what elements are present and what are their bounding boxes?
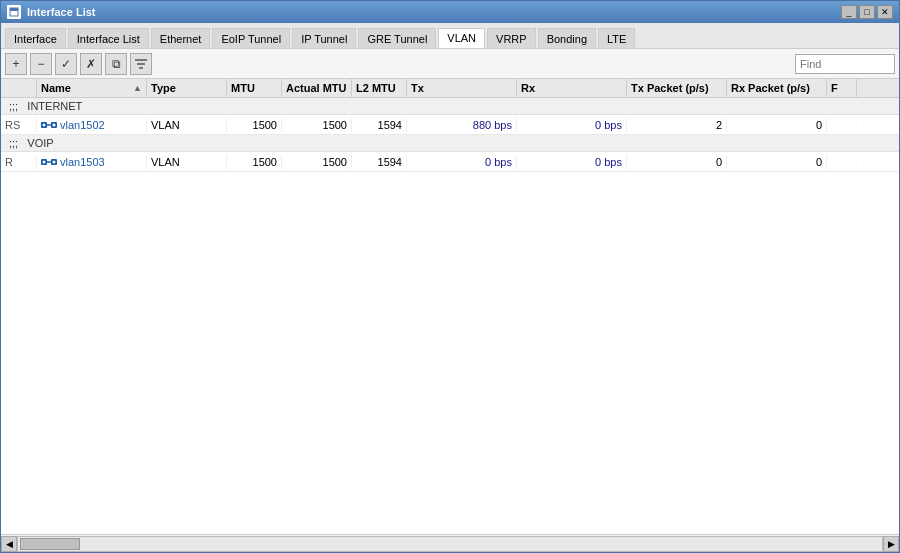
tab-interface[interactable]: Interface	[5, 28, 66, 48]
window-icon	[7, 5, 21, 19]
col-check-header	[1, 79, 37, 97]
group-name-internet: INTERNET	[27, 100, 82, 112]
cell-tx-vlan1503: 0 bps	[407, 155, 517, 169]
iface-link-vlan1503[interactable]: vlan1503	[60, 156, 105, 168]
iface-link-vlan1502[interactable]: vlan1502	[60, 119, 105, 131]
maximize-button[interactable]: □	[859, 5, 875, 19]
col-header-tx[interactable]: Tx	[407, 79, 517, 97]
row-flags-vlan1503: R	[1, 155, 37, 169]
row-flags-vlan1502: RS	[1, 118, 37, 132]
statusbar: ◀ ▶	[1, 534, 899, 552]
group-prefix-internet: ;;;	[9, 100, 18, 112]
cell-mtu-vlan1503: 1500	[227, 155, 282, 169]
cell-rx-vlan1502: 0 bps	[517, 118, 627, 132]
table-container: Name ▲ Type MTU Actual MTU L2 MTU Tx Rx	[1, 79, 899, 534]
tab-lte[interactable]: LTE	[598, 28, 635, 48]
filter-button[interactable]	[130, 53, 152, 75]
sort-arrow-name: ▲	[133, 83, 142, 93]
cell-rx-packet-vlan1502: 0	[727, 118, 827, 132]
search-input[interactable]	[795, 54, 895, 74]
tab-ethernet[interactable]: Ethernet	[151, 28, 211, 48]
scroll-right-button[interactable]: ▶	[883, 536, 899, 552]
cell-actual-mtu-vlan1503: 1500	[282, 155, 352, 169]
add-button[interactable]: +	[5, 53, 27, 75]
svg-point-13	[43, 160, 46, 163]
title-bar-left: Interface List	[7, 5, 95, 19]
tab-vrrp[interactable]: VRRP	[487, 28, 536, 48]
svg-rect-1	[10, 8, 18, 11]
tab-vlan[interactable]: VLAN	[438, 28, 485, 48]
horizontal-scrollbar[interactable]	[17, 536, 883, 552]
cell-f-vlan1502	[827, 124, 857, 126]
table-header: Name ▲ Type MTU Actual MTU L2 MTU Tx Rx	[1, 79, 899, 98]
group-row-voip: ;;; VOIP	[1, 135, 899, 152]
col-header-tx-packet[interactable]: Tx Packet (p/s)	[627, 79, 727, 97]
col-header-rx[interactable]: Rx	[517, 79, 627, 97]
cell-tx-packet-vlan1502: 2	[627, 118, 727, 132]
table-row[interactable]: RS vlan1502 VLAN 1500 150	[1, 115, 899, 135]
group-row-internet: ;;; INTERNET	[1, 98, 899, 115]
group-prefix-voip: ;;;	[9, 137, 18, 149]
svg-point-14	[53, 160, 56, 163]
cell-actual-mtu-vlan1502: 1500	[282, 118, 352, 132]
cell-tx-vlan1502: 880 bps	[407, 118, 517, 132]
col-header-mtu[interactable]: MTU	[227, 79, 282, 97]
col-header-type[interactable]: Type	[147, 79, 227, 97]
interface-icon-vlan1503	[41, 156, 57, 168]
enable-button[interactable]: ✓	[55, 53, 77, 75]
cell-l2mtu-vlan1503: 1594	[352, 155, 407, 169]
tab-interface-list[interactable]: Interface List	[68, 28, 149, 48]
col-header-actual-mtu[interactable]: Actual MTU	[282, 79, 352, 97]
disable-button[interactable]: ✗	[80, 53, 102, 75]
group-name-voip: VOIP	[27, 137, 53, 149]
cell-rx-packet-vlan1503: 0	[727, 155, 827, 169]
tab-ip-tunnel[interactable]: IP Tunnel	[292, 28, 356, 48]
remove-button[interactable]: −	[30, 53, 52, 75]
close-button[interactable]: ✕	[877, 5, 893, 19]
col-header-f[interactable]: F	[827, 79, 857, 97]
cell-l2mtu-vlan1502: 1594	[352, 118, 407, 132]
cell-type-vlan1503: VLAN	[147, 155, 227, 169]
tab-bonding[interactable]: Bonding	[538, 28, 596, 48]
tab-gre-tunnel[interactable]: GRE Tunnel	[358, 28, 436, 48]
cell-mtu-vlan1502: 1500	[227, 118, 282, 132]
minimize-button[interactable]: _	[841, 5, 857, 19]
table-row[interactable]: R vlan1503 VLAN 1500 1500	[1, 152, 899, 172]
svg-point-8	[43, 123, 46, 126]
title-bar: Interface List _ □ ✕	[1, 1, 899, 23]
scroll-left-button[interactable]: ◀	[1, 536, 17, 552]
scroll-thumb[interactable]	[20, 538, 80, 550]
toolbar: + − ✓ ✗ ⧉	[1, 49, 899, 79]
col-header-name[interactable]: Name ▲	[37, 79, 147, 97]
tabs-bar: Interface Interface List Ethernet EoIP T…	[1, 23, 899, 49]
tab-eoip-tunnel[interactable]: EoIP Tunnel	[212, 28, 290, 48]
filter-icon	[134, 57, 148, 71]
cell-f-vlan1503	[827, 161, 857, 163]
svg-point-9	[53, 123, 56, 126]
title-bar-buttons: _ □ ✕	[841, 5, 893, 19]
interface-icon-vlan1502	[41, 119, 57, 131]
cell-rx-vlan1503: 0 bps	[517, 155, 627, 169]
cell-name-vlan1502[interactable]: vlan1502	[37, 118, 147, 132]
cell-tx-packet-vlan1503: 0	[627, 155, 727, 169]
cell-type-vlan1502: VLAN	[147, 118, 227, 132]
col-header-l2mtu[interactable]: L2 MTU	[352, 79, 407, 97]
cell-name-vlan1503[interactable]: vlan1503	[37, 155, 147, 169]
copy-button[interactable]: ⧉	[105, 53, 127, 75]
table-body: ;;; INTERNET RS	[1, 98, 899, 534]
main-window: Interface List _ □ ✕ Interface Interface…	[0, 0, 900, 553]
col-header-rx-packet[interactable]: Rx Packet (p/s)	[727, 79, 827, 97]
window-title: Interface List	[27, 6, 95, 18]
